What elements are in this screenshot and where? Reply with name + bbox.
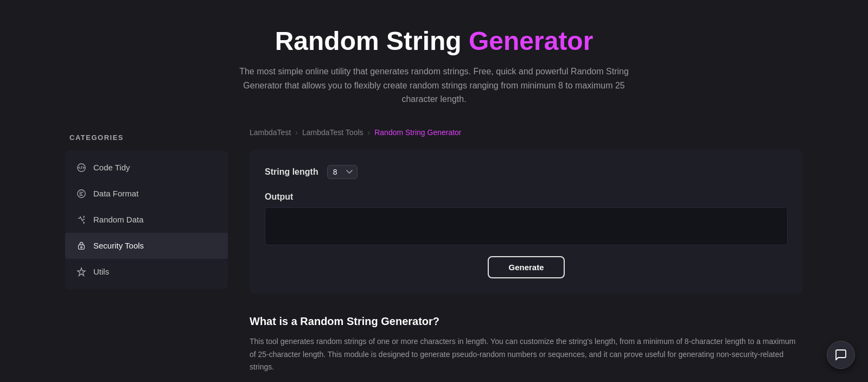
chat-button[interactable] — [827, 341, 855, 369]
sidebar-item-label: Code Tidy — [93, 163, 130, 172]
categories-label: CATEGORIES — [65, 133, 228, 142]
sidebar-menu: Code Tidy Data Format — [65, 150, 228, 289]
generate-row: Generate — [265, 256, 788, 278]
svg-point-3 — [81, 246, 82, 248]
info-section: What is a Random String Generator? This … — [250, 315, 803, 382]
info-text-1: This tool generates random strings of on… — [250, 335, 803, 374]
sidebar-item-label: Security Tools — [93, 241, 144, 250]
breadcrumb: LambdaTest › LambdaTest Tools › Random S… — [250, 128, 803, 137]
sidebar-item-label: Random Data — [93, 215, 144, 224]
output-label: Output — [265, 192, 788, 202]
page-subtitle: The most simple online utility that gene… — [228, 65, 640, 106]
page-title: Random String Generator — [11, 26, 857, 56]
sidebar-item-label: Data Format — [93, 189, 138, 198]
svg-marker-4 — [78, 268, 85, 276]
page-header: Random String Generator The most simple … — [0, 0, 868, 128]
title-accent: Generator — [469, 27, 593, 55]
output-box — [265, 207, 788, 245]
security-tools-icon — [76, 240, 87, 251]
svg-rect-2 — [79, 245, 85, 249]
code-tidy-icon — [76, 162, 87, 173]
sidebar: CATEGORIES Code Tidy Dat — [65, 128, 228, 382]
string-length-label: String length — [265, 167, 318, 177]
breadcrumb-lambdatest-tools[interactable]: LambdaTest Tools — [302, 128, 363, 137]
string-length-row: String length 8 9 10 11 12 13 14 15 16 1… — [265, 165, 788, 179]
sidebar-item-security-tools[interactable]: Security Tools — [65, 233, 228, 259]
title-static: Random String — [275, 27, 469, 55]
sidebar-item-code-tidy[interactable]: Code Tidy — [65, 155, 228, 181]
info-heading-1: What is a Random String Generator? — [250, 315, 803, 328]
sidebar-item-data-format[interactable]: Data Format — [65, 181, 228, 207]
tool-section: String length 8 9 10 11 12 13 14 15 16 1… — [250, 150, 803, 294]
sidebar-item-utils[interactable]: Utils — [65, 259, 228, 285]
sidebar-item-label: Utils — [93, 267, 109, 276]
breadcrumb-sep-2: › — [368, 128, 371, 137]
utils-icon — [76, 266, 87, 277]
generate-button[interactable]: Generate — [488, 256, 564, 278]
length-select[interactable]: 8 9 10 11 12 13 14 15 16 17 18 19 20 21 … — [327, 165, 358, 179]
random-data-icon — [76, 214, 87, 225]
breadcrumb-lambdatest[interactable]: LambdaTest — [250, 128, 291, 137]
main-content: LambdaTest › LambdaTest Tools › Random S… — [228, 128, 803, 382]
sidebar-item-random-data[interactable]: Random Data — [65, 207, 228, 233]
breadcrumb-sep-1: › — [295, 128, 298, 137]
breadcrumb-current: Random String Generator — [374, 128, 461, 137]
main-layout: CATEGORIES Code Tidy Dat — [54, 128, 814, 382]
data-format-icon — [76, 188, 87, 199]
